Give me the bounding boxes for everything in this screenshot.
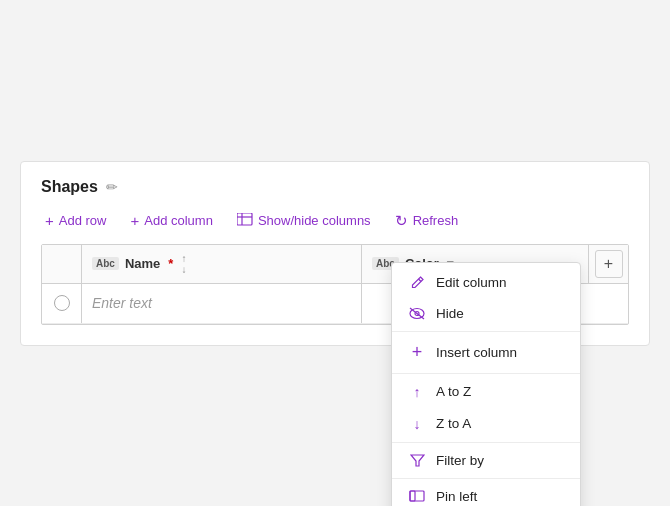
z-to-a-label: Z to A	[436, 416, 471, 431]
show-hide-button[interactable]: Show/hide columns	[233, 210, 375, 231]
required-indicator: *	[168, 256, 173, 271]
edit-title-icon[interactable]: ✏	[106, 179, 118, 195]
filter-by-label: Filter by	[436, 453, 484, 468]
name-type-badge: Abc	[92, 257, 119, 270]
context-dropdown-menu: Edit column Hide + Insert column ↑ A to …	[391, 262, 581, 507]
menu-divider-1	[392, 331, 580, 332]
plus-icon: +	[45, 212, 54, 229]
a-to-z-icon: ↑	[408, 384, 426, 400]
pin-left-label: Pin left	[436, 489, 477, 504]
svg-line-3	[418, 279, 421, 282]
menu-divider-4	[392, 478, 580, 479]
title-row: Shapes ✏	[41, 178, 629, 196]
edit-column-icon	[408, 275, 426, 290]
a-to-z-label: A to Z	[436, 384, 471, 399]
refresh-icon: ↻	[395, 212, 408, 230]
menu-divider-2	[392, 373, 580, 374]
pin-left-icon	[408, 490, 426, 502]
toolbar: + Add row + Add column Show/hide columns…	[41, 210, 629, 232]
name-placeholder: Enter text	[92, 295, 152, 311]
svg-marker-7	[411, 455, 424, 466]
sort-desc-icon[interactable]: ↓	[181, 264, 186, 275]
hide-label: Hide	[436, 306, 464, 321]
row-radio[interactable]	[54, 295, 70, 311]
menu-item-insert-column[interactable]: + Insert column	[392, 334, 580, 371]
svg-rect-8	[410, 491, 424, 501]
menu-item-filter-by[interactable]: Filter by	[392, 445, 580, 476]
add-row-button[interactable]: + Add row	[41, 210, 110, 231]
insert-column-icon: +	[408, 342, 426, 363]
menu-item-hide[interactable]: Hide	[392, 298, 580, 329]
plus-icon-2: +	[130, 212, 139, 229]
menu-item-pin-left[interactable]: Pin left	[392, 481, 580, 507]
menu-divider-3	[392, 442, 580, 443]
name-column-label: Name	[125, 256, 160, 271]
svg-rect-0	[237, 213, 252, 225]
page-title: Shapes	[41, 178, 98, 196]
add-column-cell[interactable]: +	[588, 245, 628, 283]
row-name-cell[interactable]: Enter text	[82, 284, 362, 323]
show-hide-icon	[237, 212, 253, 229]
sort-icons: ↑ ↓	[181, 253, 186, 275]
menu-item-a-to-z[interactable]: ↑ A to Z	[392, 376, 580, 408]
add-column-button[interactable]: + Add column	[126, 210, 216, 231]
row-checkbox-cell[interactable]	[42, 284, 82, 323]
header-checkbox-cell	[42, 245, 82, 283]
main-card: Shapes ✏ + Add row + Add column Show/hid…	[20, 161, 650, 346]
filter-by-icon	[408, 454, 426, 467]
svg-rect-9	[410, 491, 415, 501]
header-name-cell: Abc Name * ↑ ↓	[82, 245, 362, 283]
menu-item-edit-column[interactable]: Edit column	[392, 267, 580, 298]
hide-icon	[408, 307, 426, 320]
menu-item-z-to-a[interactable]: ↓ Z to A	[392, 408, 580, 440]
refresh-button[interactable]: ↻ Refresh	[391, 210, 463, 232]
sort-asc-icon[interactable]: ↑	[181, 253, 186, 264]
edit-column-label: Edit column	[436, 275, 507, 290]
z-to-a-icon: ↓	[408, 416, 426, 432]
insert-column-label: Insert column	[436, 345, 517, 360]
add-column-button-icon[interactable]: +	[595, 250, 623, 278]
